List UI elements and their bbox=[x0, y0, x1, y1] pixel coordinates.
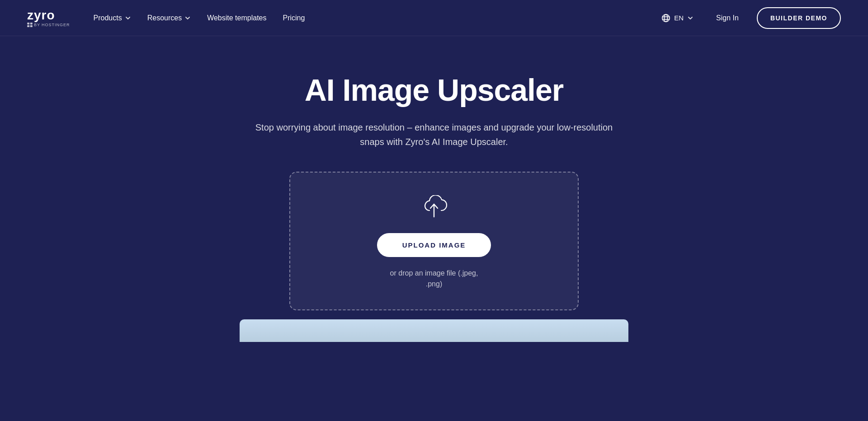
nav-products[interactable]: Products bbox=[86, 10, 138, 26]
resources-chevron-icon bbox=[184, 15, 191, 21]
navbar-right: EN Sign In BUILDER DEMO bbox=[657, 7, 841, 29]
navbar: zyro BY HOSTINGER Products bbox=[0, 0, 868, 36]
svg-point-4 bbox=[662, 14, 670, 21]
products-chevron-icon bbox=[125, 15, 131, 21]
builder-demo-button[interactable]: BUILDER DEMO bbox=[757, 7, 841, 29]
upload-image-button[interactable]: UPLOAD IMAGE bbox=[377, 233, 491, 257]
svg-rect-2 bbox=[27, 25, 29, 27]
by-label: BY bbox=[34, 23, 40, 27]
hero-subtitle: Stop worrying about image resolution – e… bbox=[253, 120, 615, 149]
upload-cloud-icon bbox=[420, 195, 448, 219]
upload-dropzone[interactable]: UPLOAD IMAGE or drop an image file (.jpe… bbox=[289, 172, 579, 310]
bottom-section bbox=[18, 319, 850, 342]
hostinger-label: HOSTINGER bbox=[42, 23, 70, 27]
svg-rect-0 bbox=[27, 23, 29, 24]
svg-point-5 bbox=[665, 14, 668, 21]
logo[interactable]: zyro BY HOSTINGER bbox=[27, 9, 70, 27]
hero-section: AI Image Upscaler Stop worrying about im… bbox=[0, 36, 868, 369]
svg-rect-3 bbox=[30, 25, 33, 27]
nav-templates[interactable]: Website templates bbox=[200, 10, 274, 26]
lang-chevron-icon bbox=[687, 15, 693, 21]
preview-image-bar bbox=[240, 319, 628, 342]
logo-name: zyro bbox=[27, 9, 55, 22]
navbar-left: zyro BY HOSTINGER Products bbox=[27, 9, 312, 27]
hero-title: AI Image Upscaler bbox=[305, 72, 564, 108]
language-label: EN bbox=[674, 14, 684, 22]
nav-resources[interactable]: Resources bbox=[140, 10, 198, 26]
logo-tagline: BY HOSTINGER bbox=[27, 23, 70, 27]
nav-pricing[interactable]: Pricing bbox=[275, 10, 312, 26]
upload-hint: or drop an image file (.jpeg, .png) bbox=[390, 268, 478, 290]
nav-links: Products Resources Website templates Pri… bbox=[86, 10, 312, 26]
hostinger-icon bbox=[27, 23, 33, 27]
svg-rect-1 bbox=[30, 23, 33, 24]
sign-in-button[interactable]: Sign In bbox=[709, 10, 746, 26]
language-selector[interactable]: EN bbox=[657, 11, 698, 25]
globe-icon bbox=[661, 14, 670, 23]
